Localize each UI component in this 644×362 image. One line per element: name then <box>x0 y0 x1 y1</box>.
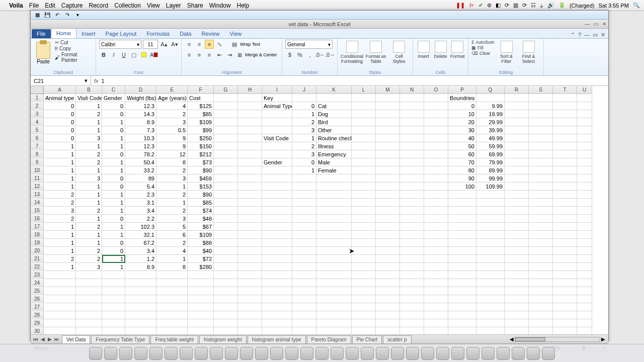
cell[interactable] <box>316 255 352 263</box>
cell[interactable]: 2 <box>44 199 76 207</box>
cell[interactable] <box>448 271 476 279</box>
cell[interactable] <box>292 327 316 334</box>
cell[interactable]: 0 <box>102 150 125 158</box>
cell[interactable] <box>214 102 238 110</box>
align-middle-icon[interactable]: ≡ <box>195 40 204 49</box>
decrease-indent-icon[interactable]: ⇤ <box>215 50 224 59</box>
cell[interactable]: 102.3 <box>125 223 156 231</box>
sheet-tab[interactable]: Vet Data <box>62 335 90 343</box>
align-right-icon[interactable]: ≡ <box>205 50 214 59</box>
cell[interactable] <box>102 295 125 303</box>
cell[interactable]: 67.2 <box>125 239 156 247</box>
cell[interactable] <box>352 191 376 199</box>
cell[interactable] <box>214 287 238 295</box>
cell[interactable] <box>529 174 553 183</box>
sheet-tab[interactable]: Freq table weight <box>150 335 198 343</box>
cell[interactable] <box>448 199 476 207</box>
cell[interactable]: 2 <box>156 207 188 215</box>
cell[interactable]: 1 <box>76 231 102 239</box>
cell[interactable]: 99.99 <box>476 174 505 183</box>
spreadsheet-grid[interactable]: ABCDEFGHIJKLMNOPQRSTU1Animal typeVisit C… <box>31 86 608 334</box>
cell[interactable] <box>505 174 529 183</box>
cell[interactable]: 1 <box>292 134 316 142</box>
cell[interactable] <box>529 279 553 287</box>
cell[interactable] <box>214 263 238 271</box>
cell[interactable] <box>553 295 577 303</box>
number-format-select[interactable]: General▾ <box>285 40 333 49</box>
cell[interactable] <box>529 94 553 102</box>
cell[interactable] <box>577 239 592 247</box>
cell[interactable] <box>238 231 262 239</box>
cell[interactable] <box>316 199 352 207</box>
cell[interactable] <box>529 166 553 174</box>
cell[interactable] <box>400 263 424 271</box>
cell[interactable]: $109 <box>188 231 214 239</box>
cell[interactable]: $153 <box>188 183 214 191</box>
cell[interactable] <box>505 319 529 327</box>
cell[interactable]: 2 <box>44 191 76 199</box>
row-header[interactable]: 24 <box>31 279 44 287</box>
redo-icon[interactable]: ↷ <box>64 12 71 19</box>
cell[interactable] <box>529 247 553 255</box>
col-header[interactable]: G <box>214 86 238 94</box>
cell[interactable]: Visit Code <box>76 94 102 102</box>
cell[interactable] <box>262 174 292 183</box>
dock-app-icon[interactable] <box>421 347 434 360</box>
cell[interactable]: 9.99 <box>476 102 505 110</box>
cell[interactable] <box>352 255 376 263</box>
cell[interactable] <box>553 199 577 207</box>
increase-decimal-icon[interactable]: .0← <box>315 50 325 59</box>
cell[interactable] <box>214 295 238 303</box>
cell[interactable] <box>238 191 262 199</box>
cell[interactable]: 1 <box>76 142 102 150</box>
cell[interactable] <box>352 247 376 255</box>
cell[interactable] <box>352 126 376 134</box>
cell[interactable]: $125 <box>188 102 214 110</box>
cell[interactable] <box>400 303 424 311</box>
cell[interactable]: 1 <box>102 142 125 150</box>
cell[interactable] <box>238 327 262 334</box>
cell[interactable]: 10.3 <box>125 134 156 142</box>
cell[interactable] <box>238 166 262 174</box>
cell[interactable] <box>476 295 505 303</box>
cell[interactable] <box>316 239 352 247</box>
cell[interactable] <box>424 295 448 303</box>
cell[interactable]: $250 <box>188 134 214 142</box>
col-header[interactable]: D <box>125 86 156 94</box>
cell[interactable] <box>262 166 292 174</box>
row-header[interactable]: 8 <box>31 150 44 158</box>
cell[interactable] <box>262 319 292 327</box>
col-header[interactable]: K <box>316 86 352 94</box>
font-color-button[interactable]: A <box>149 50 158 59</box>
cell[interactable] <box>238 110 262 118</box>
cell[interactable] <box>448 295 476 303</box>
cell[interactable]: 60 <box>448 150 476 158</box>
cell[interactable] <box>214 239 238 247</box>
cell[interactable]: 20 <box>448 118 476 126</box>
row-header[interactable]: 27 <box>31 303 44 311</box>
cell[interactable] <box>156 311 188 319</box>
cell[interactable]: 2 <box>44 255 76 263</box>
cell[interactable] <box>352 118 376 126</box>
col-header[interactable]: T <box>553 86 577 94</box>
sheet-nav-last-icon[interactable]: ⏭ <box>54 336 60 342</box>
cell[interactable] <box>376 199 400 207</box>
cell[interactable] <box>102 279 125 287</box>
conditional-formatting-button[interactable]: Conditional Formatting <box>341 40 363 64</box>
cell[interactable] <box>214 255 238 263</box>
cell[interactable] <box>316 279 352 287</box>
cell[interactable] <box>577 231 592 239</box>
cell[interactable]: Male <box>316 158 352 166</box>
cell[interactable] <box>214 110 238 118</box>
grow-font-icon[interactable]: A▴ <box>159 40 169 49</box>
cell[interactable] <box>577 271 592 279</box>
dock-app-icon[interactable] <box>497 347 510 360</box>
cell[interactable]: 2 <box>156 166 188 174</box>
cell[interactable]: 1 <box>76 166 102 174</box>
cell[interactable] <box>476 231 505 239</box>
cell[interactable] <box>76 295 102 303</box>
cell[interactable] <box>352 158 376 166</box>
cell[interactable] <box>238 118 262 126</box>
mac-menu-share[interactable]: Share <box>187 2 203 9</box>
cell[interactable] <box>400 166 424 174</box>
